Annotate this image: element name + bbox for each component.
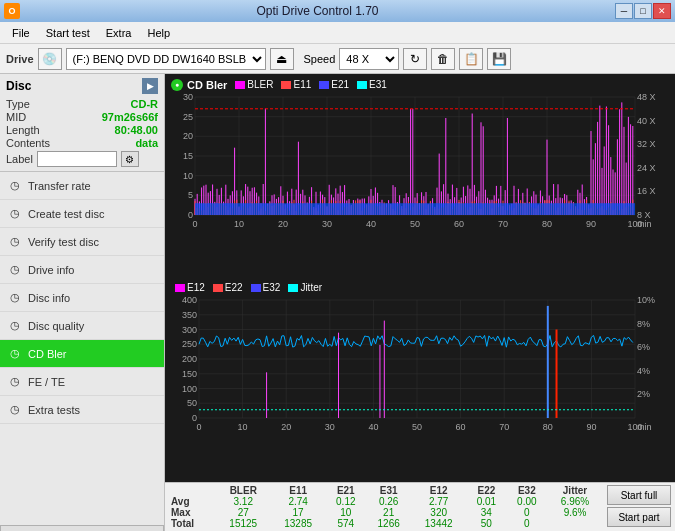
col-e12: E12	[411, 485, 466, 496]
start-buttons: Start full Start part	[607, 485, 671, 527]
eject-button[interactable]: ⏏	[270, 48, 294, 70]
col-bler: BLER	[216, 485, 271, 496]
start-part-button[interactable]: Start part	[607, 507, 671, 527]
fe-te-icon: ◷	[8, 375, 22, 389]
legend-e22: E22	[213, 282, 243, 293]
drivebar: Drive 💿 (F:) BENQ DVD DD DW1640 BSLB ⏏ S…	[0, 44, 675, 74]
label-gear-button[interactable]: ⚙	[121, 151, 139, 167]
window-controls: ─ □ ✕	[615, 3, 671, 19]
chart2-canvas	[167, 296, 671, 436]
length-value: 80:48.00	[115, 124, 158, 136]
chart1-legend: BLER E11 E21 E31	[231, 78, 391, 91]
label-input[interactable]	[37, 151, 117, 167]
titlebar: O Opti Drive Control 1.70 ─ □ ✕	[0, 0, 675, 22]
app-icon: O	[4, 3, 20, 19]
content-area: ● CD Bler BLER E11 E21 E31 E12 E22	[165, 74, 675, 531]
stats-row-avg: Avg 3.12 2.74 0.12 0.26 2.77 0.01 0.00 6…	[169, 496, 603, 507]
chart1-container: ● CD Bler BLER E11 E21 E31	[167, 76, 673, 277]
drive-label: Drive	[6, 53, 34, 65]
minimize-button[interactable]: ─	[615, 3, 633, 19]
drive-select[interactable]: (F:) BENQ DVD DD DW1640 BSLB	[66, 48, 266, 70]
nav-disc-quality[interactable]: ◷ Disc quality	[0, 312, 164, 340]
disc-info-icon: ◷	[8, 291, 22, 305]
disc-panel: Disc ▶ Type CD-R MID 97m26s66f Length 80…	[0, 74, 164, 172]
sidebar: Disc ▶ Type CD-R MID 97m26s66f Length 80…	[0, 74, 165, 531]
main-layout: Disc ▶ Type CD-R MID 97m26s66f Length 80…	[0, 74, 675, 531]
menubar: File Start test Extra Help	[0, 22, 675, 44]
chart1-title: CD Bler	[187, 79, 227, 91]
col-e21: E21	[326, 485, 366, 496]
speed-select[interactable]: 48 X	[339, 48, 399, 70]
legend-e11: E11	[281, 79, 311, 90]
nav-drive-info[interactable]: ◷ Drive info	[0, 256, 164, 284]
menu-file[interactable]: File	[4, 25, 38, 41]
chart2-legend: E12 E22 E32 Jitter	[171, 281, 326, 294]
extra-tests-icon: ◷	[8, 403, 22, 417]
legend-jitter: Jitter	[288, 282, 322, 293]
nav-fe-te[interactable]: ◷ FE / TE	[0, 368, 164, 396]
nav-items: ◷ Transfer rate ◷ Create test disc ◷ Ver…	[0, 172, 164, 525]
mid-value: 97m26s66f	[102, 111, 158, 123]
contents-label: Contents	[6, 137, 50, 149]
legend-bler: BLER	[235, 79, 273, 90]
col-e31: E31	[366, 485, 411, 496]
type-label: Type	[6, 98, 30, 110]
start-full-button[interactable]: Start full	[607, 485, 671, 505]
nav-disc-info[interactable]: ◷ Disc info	[0, 284, 164, 312]
legend-e12: E12	[175, 282, 205, 293]
legend-e31: E31	[357, 79, 387, 90]
menu-extra[interactable]: Extra	[98, 25, 140, 41]
speed-label: Speed	[304, 53, 336, 65]
maximize-button[interactable]: □	[634, 3, 652, 19]
chart1-canvas	[167, 93, 671, 233]
verify-test-disc-icon: ◷	[8, 235, 22, 249]
label-key: Label	[6, 153, 33, 165]
col-e22: E22	[466, 485, 506, 496]
chart1-icon: ●	[171, 79, 183, 91]
transfer-rate-icon: ◷	[8, 179, 22, 193]
cd-bler-icon: ◷	[8, 347, 22, 361]
save-button[interactable]: 💾	[487, 48, 511, 70]
drive-info-icon: ◷	[8, 263, 22, 277]
window-title: Opti Drive Control 1.70	[20, 4, 615, 18]
drive-icon: 💿	[38, 48, 62, 70]
erase-button[interactable]: 🗑	[431, 48, 455, 70]
disc-arrow-button[interactable]: ▶	[142, 78, 158, 94]
col-jitter: Jitter	[547, 485, 603, 496]
refresh-button[interactable]: ↻	[403, 48, 427, 70]
disc-title: Disc	[6, 79, 31, 93]
create-test-disc-icon: ◷	[8, 207, 22, 221]
nav-verify-test-disc[interactable]: ◷ Verify test disc	[0, 228, 164, 256]
nav-extra-tests[interactable]: ◷ Extra tests	[0, 396, 164, 424]
stats-row-max: Max 27 17 10 21 320 34 0 9.6%	[169, 507, 603, 518]
menu-help[interactable]: Help	[139, 25, 178, 41]
length-label: Length	[6, 124, 40, 136]
stats-area: BLER E11 E21 E31 E12 E22 E32 Jitter Avg	[165, 482, 675, 531]
col-e32: E32	[507, 485, 547, 496]
status-window-button[interactable]: Status window >>	[0, 525, 164, 531]
legend-e21: E21	[319, 79, 349, 90]
nav-cd-bler[interactable]: ◷ CD Bler	[0, 340, 164, 368]
stats-row-total: Total 15125 13285 574 1266 13442 50 0	[169, 518, 603, 529]
mid-label: MID	[6, 111, 26, 123]
contents-value: data	[135, 137, 158, 149]
legend-e32: E32	[251, 282, 281, 293]
nav-transfer-rate[interactable]: ◷ Transfer rate	[0, 172, 164, 200]
col-e11: E11	[271, 485, 326, 496]
disc-quality-icon: ◷	[8, 319, 22, 333]
menu-start-test[interactable]: Start test	[38, 25, 98, 41]
close-button[interactable]: ✕	[653, 3, 671, 19]
charts-area: ● CD Bler BLER E11 E21 E31 E12 E22	[165, 74, 675, 482]
nav-create-test-disc[interactable]: ◷ Create test disc	[0, 200, 164, 228]
type-value: CD-R	[131, 98, 159, 110]
chart2-container: E12 E22 E32 Jitter	[167, 279, 673, 480]
copy-button[interactable]: 📋	[459, 48, 483, 70]
stats-table: BLER E11 E21 E31 E12 E22 E32 Jitter Avg	[169, 485, 603, 529]
